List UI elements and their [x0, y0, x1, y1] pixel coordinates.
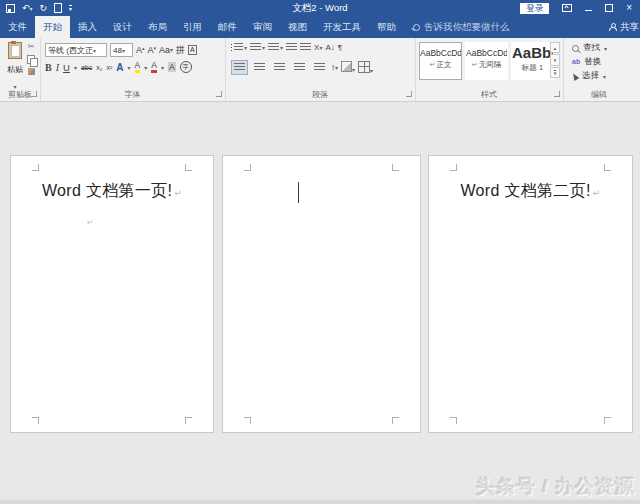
multilevel-list-button[interactable]: ▾ [268, 43, 283, 52]
tab-help[interactable]: 帮助 [369, 16, 404, 38]
superscript-button[interactable]: x² [106, 64, 112, 71]
format-painter-icon[interactable] [28, 68, 35, 75]
tell-me-search[interactable]: 告诉我你想要做什么 [413, 16, 510, 38]
styles-scroll: ▴ ▾ ▾ [550, 42, 560, 78]
shading-button[interactable]: ▾ [341, 61, 355, 74]
style-heading1[interactable]: AaBbC 标题 1 [511, 42, 554, 80]
replace-button[interactable]: ab 替换 [572, 56, 601, 68]
text-effects-button[interactable]: A [116, 62, 123, 73]
tab-design[interactable]: 设计 [105, 16, 140, 38]
character-border-button[interactable]: A [188, 45, 197, 55]
redo-button[interactable]: ↻ [40, 0, 48, 16]
font-size-value: 48 [113, 46, 122, 55]
maximize-button[interactable] [605, 4, 613, 12]
redo-icon: ↻ [40, 3, 48, 13]
tab-file[interactable]: 文件 [0, 16, 35, 38]
sort-button[interactable]: A↓ [325, 43, 334, 52]
styles-gallery-more-button[interactable]: ▾ [550, 67, 560, 78]
increase-indent-button[interactable] [300, 43, 311, 52]
underline-button[interactable]: U [63, 62, 70, 73]
styles-scroll-down-button[interactable]: ▾ [550, 54, 560, 65]
close-button[interactable]: × [626, 0, 632, 16]
styles-group: AaBbCcDd 正文 AaBbCcDd 无间隔 AaBbC 标题 1 ▴ ▾ … [415, 38, 564, 101]
title-bar: ↶▾ ↻ ▾ 文档2 - Word 登录 × [0, 0, 640, 16]
font-color-button[interactable]: A [151, 61, 157, 73]
find-icon [572, 45, 579, 52]
font-row-2: B I U▾ abc x₂ x² A▾ A▾ A▾ A 字 [45, 61, 192, 73]
shrink-font-button[interactable]: A▾ [148, 45, 157, 56]
share-label: 共享 [620, 21, 639, 34]
page-3-text[interactable]: Word 文档第二页! [429, 181, 632, 202]
italic-button[interactable]: I [56, 62, 59, 73]
copy-icon[interactable] [27, 55, 35, 64]
tab-developer[interactable]: 开发工具 [315, 16, 369, 38]
style-no-spacing[interactable]: AaBbCcDd 无间隔 [465, 42, 508, 80]
strikethrough-button[interactable]: abc [81, 64, 92, 71]
underline-dropdown-icon[interactable]: ▾ [74, 64, 77, 71]
justify-button[interactable] [291, 60, 308, 75]
editing-group: 查找 ▾ ab 替换 选择 ▾ 编辑 [563, 38, 635, 101]
numbering-button[interactable]: ▾ [250, 43, 265, 52]
tab-references[interactable]: 引用 [175, 16, 210, 38]
styles-dialog-launcher[interactable] [554, 91, 560, 97]
paste-button[interactable]: 粘贴 ▾ [4, 42, 26, 93]
page-3[interactable]: Word 文档第二页! [428, 155, 633, 433]
highlight-button[interactable]: A [135, 61, 141, 73]
select-button[interactable]: 选择 ▾ [572, 70, 606, 82]
enclose-characters-button[interactable]: 字 [180, 61, 192, 73]
phonetic-guide-button[interactable]: 拼 [176, 45, 185, 56]
align-center-button[interactable] [251, 60, 268, 75]
undo-dropdown-icon[interactable]: ▾ [30, 6, 33, 12]
page-1-text[interactable]: Word 文档第一页! [11, 181, 213, 202]
decrease-indent-button[interactable] [286, 43, 297, 52]
save-icon[interactable] [6, 4, 15, 13]
styles-scroll-up-button[interactable]: ▴ [550, 42, 560, 53]
crop-mark-icon [604, 164, 611, 171]
tab-view[interactable]: 视图 [280, 16, 315, 38]
undo-icon: ↶ [22, 3, 30, 13]
page-2[interactable] [222, 155, 421, 433]
bullets-button[interactable]: ▾ [231, 43, 247, 52]
character-shading-button[interactable]: A [168, 62, 176, 72]
customize-quick-access-button[interactable]: ▾ [69, 5, 72, 12]
tab-review[interactable]: 审阅 [245, 16, 280, 38]
paragraph-dialog-launcher[interactable] [406, 91, 412, 97]
grow-font-button[interactable]: A▴ [136, 45, 145, 56]
minimize-button[interactable] [585, 10, 592, 11]
chevron-down-icon: ▾ [319, 45, 322, 51]
font-dialog-launcher[interactable] [216, 91, 222, 97]
cut-icon[interactable]: ✂ [28, 43, 35, 51]
share-button[interactable]: 共享 [609, 16, 640, 38]
tab-mailings[interactable]: 邮件 [210, 16, 245, 38]
line-spacing-button[interactable]: ↕▾ [331, 63, 338, 72]
chevron-down-icon: ▾ [352, 67, 355, 73]
font-name-combo[interactable]: 等线 (西文正 ▾ [45, 43, 107, 57]
tab-home[interactable]: 开始 [35, 16, 70, 38]
crop-mark-icon [450, 417, 457, 424]
tab-insert[interactable]: 插入 [70, 16, 105, 38]
bold-button[interactable]: B [45, 62, 52, 73]
style-normal[interactable]: AaBbCcDd 正文 [419, 42, 462, 80]
ribbon-display-options-icon[interactable] [562, 4, 572, 12]
borders-button[interactable]: ▾ [358, 61, 373, 75]
clipboard-dialog-launcher[interactable] [31, 91, 37, 97]
change-case-button[interactable]: Aa▾ [159, 45, 173, 56]
font-group-label: 字体 [40, 89, 225, 100]
find-button[interactable]: 查找 ▾ [572, 42, 607, 54]
font-size-combo[interactable]: 48 ▾ [110, 43, 133, 57]
style-preview: AaBbCcDd [466, 48, 507, 58]
page-1[interactable]: Word 文档第一页! [10, 155, 214, 433]
asian-layout-button[interactable]: X▾ [314, 43, 322, 52]
align-left-button[interactable] [231, 60, 248, 75]
text-cursor[interactable] [298, 182, 299, 203]
style-preview: AaBbCcDd [420, 48, 461, 58]
tab-layout[interactable]: 布局 [140, 16, 175, 38]
sign-in-button[interactable]: 登录 [520, 3, 549, 14]
subscript-button[interactable]: x₂ [96, 64, 102, 71]
distribute-button[interactable] [311, 60, 328, 75]
show-marks-button[interactable]: ¶ [338, 43, 342, 52]
align-right-button[interactable] [271, 60, 288, 75]
undo-button[interactable]: ↶▾ [22, 0, 33, 17]
new-document-icon[interactable] [54, 3, 62, 13]
align-center-icon [254, 63, 265, 72]
